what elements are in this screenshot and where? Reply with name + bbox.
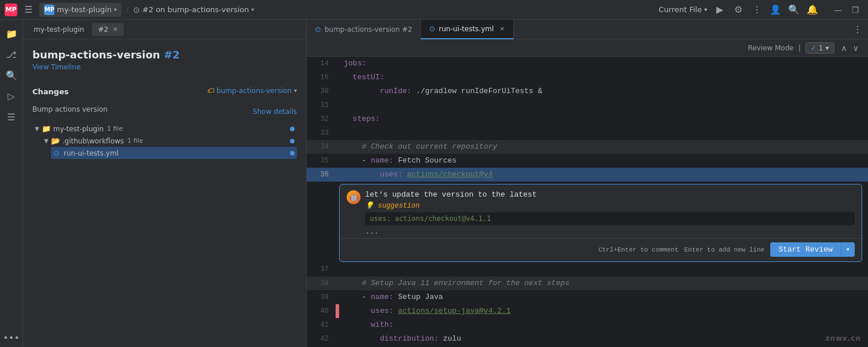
changes-row: Changes 🏷 bump-actions-version ▾: [32, 80, 297, 101]
review-mode-value[interactable]: ✓ 1 ▾: [806, 42, 834, 54]
nav-down-arrow[interactable]: ∨: [851, 42, 861, 54]
run-button[interactable]: ▶: [712, 2, 728, 18]
chevron-icon: ▼: [35, 125, 39, 132]
tab-bump-actions[interactable]: ⊙ bump-actions-version #2: [307, 20, 421, 39]
comment-popup-row: 🤖 let's update the version to the latest…: [307, 182, 868, 263]
comment-hint-enter: Enter to add new line: [685, 246, 765, 253]
code-line-40: 40 uses: actions/setup-java@v4.2.1: [307, 304, 868, 318]
pr-number: #2: [164, 49, 180, 61]
current-file-label: Current File: [659, 5, 702, 14]
change-dot: [290, 139, 295, 143]
folder-icon: 📁: [42, 124, 51, 133]
app-logo: MP: [5, 3, 17, 16]
sidebar-structure-icon[interactable]: ☰: [2, 108, 21, 126]
branch-label: #2 on bump-actions-version: [142, 5, 249, 14]
tab-pr-label: bump-actions-version #2: [325, 25, 413, 34]
tab-pr[interactable]: #2 ×: [92, 23, 124, 36]
comment-body: let's update the version to the latest 💡…: [365, 190, 855, 236]
comment-footer: Ctrl+Enter to comment Enter to add new l…: [340, 238, 862, 261]
comment-text: let's update the version to the latest: [365, 190, 855, 199]
branch-selector[interactable]: ⊙ #2 on bump-actions-version ▾: [133, 5, 254, 14]
nav-up-arrow[interactable]: ∧: [839, 42, 849, 54]
notifications-icon[interactable]: 🔔: [804, 2, 821, 18]
comment-avatar: 🤖: [347, 190, 361, 204]
sidebar-files-icon[interactable]: 📁: [2, 24, 21, 43]
sidebar-search-icon[interactable]: 🔍: [2, 66, 21, 84]
project-name: my-test-plugin: [57, 5, 112, 14]
code-line-14: 14 jobs:: [307, 57, 868, 71]
code-line-42: 42 distribution: zulu: [307, 332, 868, 346]
review-bar: Review Mode | ✓ 1 ▾ ∧ ∨: [307, 39, 868, 57]
file-count: 1 file: [127, 137, 143, 145]
code-line-32: 32 steps:: [307, 112, 868, 126]
code-line-41: 41 with:: [307, 318, 868, 332]
comment-ellipsis: ...: [365, 227, 855, 236]
code-editor[interactable]: 14 jobs: 16 testUI: 30 runIde: ./gradlew…: [307, 57, 868, 347]
sidebar-icon-rail: 📁 ⎇ 🔍 ▷ ☰ •••: [0, 20, 23, 347]
tab-run-ui-tests[interactable]: ⊙ run-ui-tests.yml ×: [421, 20, 513, 39]
branch-badge: 🏷 bump-actions-version ▾: [207, 87, 297, 95]
pr-tab-icon: ⊙: [315, 25, 321, 34]
sidebar-git-icon[interactable]: ⎇: [2, 45, 21, 64]
current-file-selector[interactable]: Current File ▾: [659, 5, 707, 14]
show-details-link[interactable]: Show details: [253, 108, 297, 116]
changes-header: Changes: [32, 87, 69, 96]
tree-item-file[interactable]: ⊙ run-ui-tests.yml: [51, 147, 297, 159]
comment-hint-ctrl: Ctrl+Enter to comment: [598, 246, 679, 253]
branch-name[interactable]: bump-actions-version: [216, 87, 292, 95]
left-panel-tabs: my-test-plugin #2 ×: [23, 20, 306, 39]
left-panel: my-test-plugin #2 × bump-actions-version…: [23, 20, 307, 347]
change-dot: [290, 127, 295, 131]
account-icon[interactable]: 👤: [767, 2, 784, 18]
suggestion-label: 💡 suggestion: [365, 201, 855, 210]
window-controls: — ❐: [830, 2, 863, 18]
hamburger-menu[interactable]: ☰: [22, 3, 35, 16]
file-tree: ▼ 📁 my-test-plugin 1 file ▼ 📂 .github\wo…: [32, 123, 297, 159]
minimize-button[interactable]: —: [830, 2, 846, 18]
start-review-label[interactable]: Start Review: [770, 242, 841, 257]
maximize-button[interactable]: ❐: [847, 2, 863, 18]
more-options-icon[interactable]: ⋮: [749, 2, 765, 18]
start-review-button[interactable]: Start Review ▾: [770, 242, 855, 257]
code-line-33: 33: [307, 126, 868, 140]
top-bar-actions: ▶ ⚙ ⋮ 👤 🔍 🔔: [712, 2, 821, 18]
code-line-36: 36 uses: actions/checkout@v4: [307, 168, 868, 182]
branch-chevron: ▾: [251, 6, 254, 13]
divider: /: [126, 6, 128, 14]
github-actions-icon: ⊙: [53, 149, 61, 157]
view-timeline-link[interactable]: View Timeline: [32, 63, 297, 71]
start-review-dropdown[interactable]: ▾: [841, 242, 855, 257]
sidebar-more-icon[interactable]: •••: [2, 328, 21, 347]
folder-icon: 📂: [51, 136, 60, 145]
comment-popup: 🤖 let's update the version to the latest…: [339, 184, 862, 262]
file-name: run-ui-tests.yml: [64, 149, 119, 157]
pr-tab-label: #2: [98, 25, 108, 34]
review-chevron: ▾: [825, 44, 829, 52]
check-icon: ✓: [811, 44, 816, 52]
settings-icon[interactable]: ⚙: [730, 2, 746, 18]
tag-icon: 🏷: [207, 87, 214, 95]
project-selector[interactable]: MP my-test-plugin ▾: [39, 3, 122, 17]
suggestion-code: uses: actions/checkout@v4.1.1: [365, 212, 855, 225]
code-lines: 14 jobs: 16 testUI: 30 runIde: ./gradlew…: [307, 57, 868, 347]
tree-item-workflows[interactable]: ▼ 📂 .github\workflows 1 file: [42, 135, 297, 147]
editor-options-button[interactable]: ⋮: [847, 24, 868, 35]
pr-title: bump-actions-version #2: [32, 49, 297, 61]
code-line-38: 38 # Setup Java 11 environment for the n…: [307, 276, 868, 290]
tab-close-button[interactable]: ×: [499, 25, 505, 32]
comment-header: 🤖 let's update the version to the latest…: [340, 184, 862, 238]
review-mode-label: Review Mode: [748, 44, 793, 52]
current-file-chevron: ▾: [704, 6, 707, 13]
branch-chevron: ▾: [294, 87, 297, 94]
tab-project[interactable]: my-test-plugin: [28, 23, 90, 36]
project-avatar: MP: [44, 5, 54, 15]
editor-area: ⊙ bump-actions-version #2 ⊙ run-ui-tests…: [307, 20, 868, 347]
project-chevron: ▾: [114, 6, 117, 13]
github-icon: ⊙: [133, 5, 140, 14]
search-icon[interactable]: 🔍: [786, 2, 802, 18]
nav-arrows: ∧ ∨: [839, 42, 862, 54]
pr-tab-close[interactable]: ×: [113, 25, 118, 33]
tree-item-repo[interactable]: ▼ 📁 my-test-plugin 1 file: [32, 123, 297, 135]
code-line-16: 16 testUI:: [307, 71, 868, 84]
sidebar-run-icon[interactable]: ▷: [2, 87, 21, 105]
